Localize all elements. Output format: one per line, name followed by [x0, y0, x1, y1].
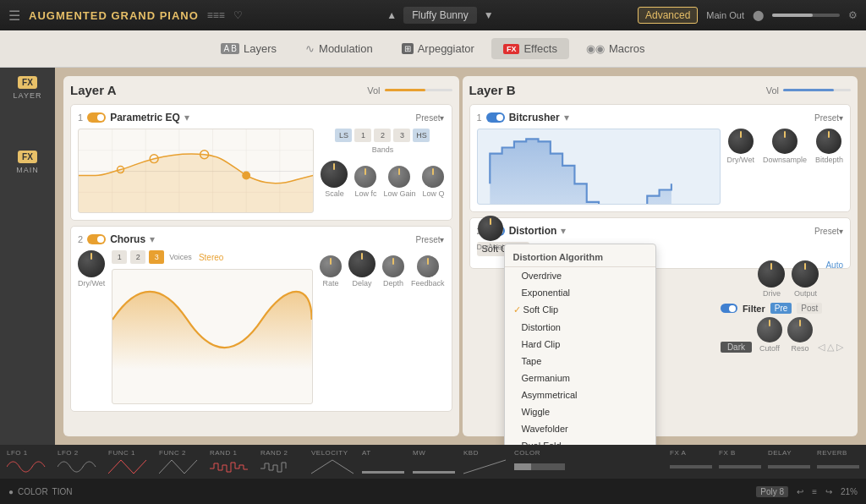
- dist-drywet-knob[interactable]: [478, 216, 503, 241]
- bc-bitdepth-knob[interactable]: [816, 129, 841, 154]
- layer-a-vol-slider[interactable]: [385, 89, 452, 91]
- eq-lowgain-knob[interactable]: [388, 166, 410, 188]
- dist-algo-germanium[interactable]: Germanium: [505, 370, 655, 386]
- filter-post-btn[interactable]: Post: [797, 303, 822, 314]
- filter-pre-btn[interactable]: Pre: [770, 303, 792, 314]
- svg-point-11: [242, 172, 250, 180]
- mod-mw-wave: [413, 458, 455, 475]
- dist-algo-exponential[interactable]: Exponential: [505, 284, 655, 301]
- dist-algo-hardclip[interactable]: Hard Clip: [505, 336, 655, 353]
- history-icon[interactable]: ≡: [812, 487, 817, 496]
- chorus-depth-knob[interactable]: [382, 255, 404, 277]
- mod-velocity: VELOCITY: [311, 449, 354, 475]
- filter-dark-btn[interactable]: Dark: [721, 342, 752, 353]
- dist-algo-asymmetrical[interactable]: Asymmetrical: [505, 386, 655, 403]
- eq-chevron-icon[interactable]: ▾: [184, 112, 189, 123]
- filter-reso-knob[interactable]: [787, 317, 813, 342]
- tab-macros[interactable]: ◉◉ Macros: [574, 38, 657, 59]
- modulation-icon: ∿: [305, 42, 315, 55]
- dist-algo-overdrive[interactable]: Overdrive: [505, 267, 655, 284]
- eq-scale-knob[interactable]: [321, 161, 348, 188]
- layer-a-panel: Layer A Vol 1 Parametric EQ ▾: [63, 76, 459, 436]
- band-3-btn[interactable]: 3: [393, 129, 410, 142]
- redo-icon[interactable]: ↪: [825, 487, 832, 496]
- tab-layers[interactable]: A B Layers: [209, 38, 288, 59]
- poly-badge: Poly 8: [756, 486, 788, 497]
- tab-arpeggiator[interactable]: ⊞ Arpeggiator: [390, 38, 486, 59]
- filter-arrow-right-icon[interactable]: ▷: [836, 342, 843, 353]
- tab-effects[interactable]: FX Effects: [491, 38, 569, 59]
- dist-algo-dualfold[interactable]: Dual Fold: [505, 437, 655, 445]
- voice-2-btn[interactable]: 2: [130, 250, 145, 264]
- bc-drywet-knob[interactable]: [728, 129, 754, 154]
- band-1-btn[interactable]: 1: [354, 129, 371, 142]
- dist-algo-wavefolder[interactable]: Wavefolder: [505, 420, 655, 437]
- bands-label: Bands: [372, 145, 394, 154]
- layer-b-vol-slider[interactable]: [783, 89, 851, 91]
- arrow-down-icon[interactable]: ▼: [484, 9, 494, 21]
- bc-graph: [477, 129, 721, 205]
- eq-toggle[interactable]: [87, 112, 106, 123]
- bc-wave-svg: [478, 129, 720, 205]
- mod-lfo1-wave: [7, 458, 49, 475]
- eq-title-row: 1 Parametric EQ ▾: [78, 112, 189, 123]
- gear-icon[interactable]: ⚙: [848, 9, 858, 21]
- mod-func2-wave: [159, 458, 201, 475]
- eq-preset-btn[interactable]: Preset▾: [416, 113, 445, 123]
- chorus-rate-knob[interactable]: [320, 255, 342, 277]
- heart-icon[interactable]: ♡: [233, 9, 243, 21]
- eq-lowq-knob[interactable]: [422, 166, 444, 188]
- eq-graph[interactable]: [78, 129, 314, 213]
- band-hs-btn[interactable]: HS: [413, 129, 430, 142]
- band-ls-btn[interactable]: LS: [335, 129, 352, 142]
- dist-preset-btn[interactable]: Preset▾: [814, 227, 843, 236]
- layer-a-vol-label: Vol: [367, 85, 380, 96]
- arrow-up-icon[interactable]: ▲: [386, 9, 397, 21]
- filter-cutoff-knob[interactable]: [757, 317, 782, 342]
- filter-toggle[interactable]: [721, 304, 737, 313]
- dist-drywet-container: Dry/Wet: [477, 216, 504, 251]
- dist-chevron-icon[interactable]: ▾: [561, 225, 566, 237]
- eq-lowfc-knob[interactable]: [354, 166, 376, 188]
- tab-modulation[interactable]: ∿ Modulation: [293, 38, 385, 59]
- mod-func1-wave: [108, 458, 151, 475]
- mod-rand2: RAND 2: [260, 449, 303, 475]
- chorus-delay-knob[interactable]: [348, 250, 375, 277]
- voice-1-btn[interactable]: 1: [112, 250, 127, 264]
- chorus-drywet-knob[interactable]: [78, 250, 105, 277]
- chorus-chevron-icon[interactable]: ▾: [150, 233, 155, 245]
- nav-tabs: A B Layers ∿ Modulation ⊞ Arpeggiator FX…: [0, 30, 866, 68]
- chorus-toggle[interactable]: [87, 234, 106, 244]
- filter-arrow-up-icon[interactable]: △: [827, 342, 834, 353]
- sidebar-item-fx-layer[interactable]: FX LAYER: [14, 76, 42, 100]
- filter-arrow-left-icon[interactable]: ◁: [818, 342, 825, 353]
- dist-algo-softclip[interactable]: Soft Clip: [505, 301, 655, 319]
- status-color-label[interactable]: COLOR: [18, 487, 48, 496]
- dist-output-knob[interactable]: [792, 260, 819, 288]
- eq-lowgain-knob-container: Low Gain: [383, 166, 415, 198]
- hamburger-icon[interactable]: ☰: [8, 8, 20, 24]
- stereo-btn[interactable]: Stereo: [199, 253, 223, 262]
- dist-drive-knob[interactable]: [758, 260, 785, 288]
- advanced-button[interactable]: Advanced: [638, 7, 698, 24]
- chorus-preset-btn[interactable]: Preset▾: [416, 235, 445, 244]
- bc-chevron-icon[interactable]: ▾: [564, 112, 569, 123]
- voice-3-btn[interactable]: 3: [149, 250, 164, 264]
- dist-algo-tape[interactable]: Tape: [505, 353, 655, 370]
- undo-icon[interactable]: ↩: [797, 487, 803, 496]
- layer-b-vol-label: Vol: [766, 85, 779, 96]
- svg-rect-14: [413, 471, 455, 474]
- top-bar-center: ▲ Fluffy Bunny ▼: [386, 7, 493, 24]
- bc-toggle[interactable]: [486, 112, 505, 123]
- chorus-feedback-knob[interactable]: [417, 255, 439, 277]
- dist-auto-btn[interactable]: Auto: [825, 260, 843, 270]
- bc-preset-btn[interactable]: Preset▾: [814, 113, 843, 123]
- bc-downsample-knob[interactable]: [772, 129, 797, 154]
- layer-b-vol-fill: [783, 89, 834, 91]
- dist-algo-distortion[interactable]: Distortion: [505, 319, 655, 336]
- chorus-num: 2: [78, 234, 83, 244]
- chorus-wave-svg: [112, 270, 312, 370]
- band-2-btn[interactable]: 2: [374, 129, 391, 142]
- dist-algo-wiggle[interactable]: Wiggle: [505, 403, 655, 420]
- sidebar-item-fx-main[interactable]: FX MAIN: [16, 151, 39, 174]
